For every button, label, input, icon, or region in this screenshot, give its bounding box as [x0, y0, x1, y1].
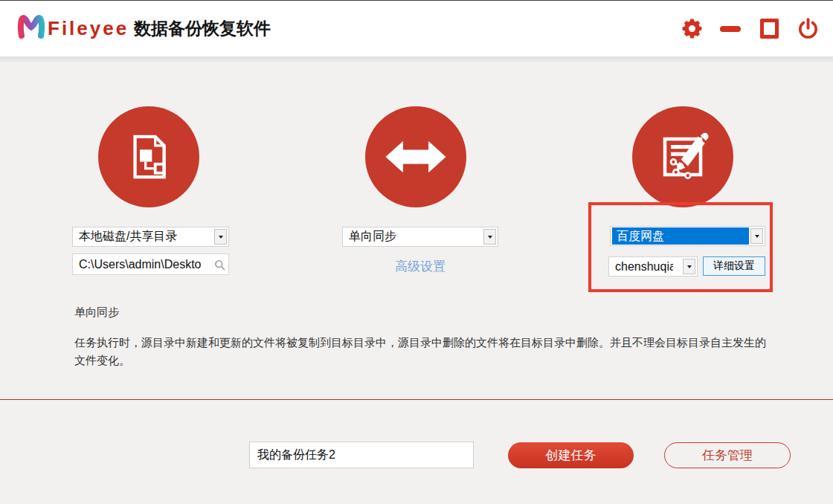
brand-name: Fileyee	[48, 1, 129, 56]
create-task-button[interactable]: 创建任务	[508, 442, 634, 468]
chevron-down-icon	[488, 236, 492, 241]
close-button[interactable]	[796, 17, 820, 41]
gear-icon	[681, 17, 704, 40]
section-divider	[0, 399, 833, 400]
target-account-value: chenshuqiaig	[615, 260, 673, 274]
app-window: Fileyee 数据备份恢复软件	[0, 0, 833, 504]
target-account-dropdown-arrow[interactable]	[683, 259, 695, 274]
detail-settings-button[interactable]: 详细设置	[703, 256, 765, 276]
source-type-select[interactable]: 本地磁盘/共享目录	[72, 227, 229, 247]
target-step-circle	[632, 106, 733, 207]
settings-button[interactable]	[680, 17, 704, 41]
maximize-button[interactable]	[757, 17, 781, 41]
sync-step-circle	[365, 106, 466, 207]
target-type-dropdown-arrow[interactable]	[750, 228, 763, 244]
manage-tasks-button[interactable]: 任务管理	[664, 442, 791, 468]
fileyee-logo-icon	[16, 11, 46, 44]
edit-document-icon	[653, 127, 713, 187]
sync-mode-select[interactable]: 单向同步	[342, 227, 498, 247]
target-highlight-box	[588, 202, 773, 292]
target-type-value: 百度网盘	[612, 227, 749, 245]
source-file-icon	[120, 129, 177, 185]
maximize-icon	[760, 19, 779, 39]
chevron-down-icon	[219, 236, 223, 241]
sync-mode-value: 单向同步	[349, 229, 396, 245]
source-type-dropdown-arrow[interactable]	[214, 229, 227, 245]
sync-mode-title: 单向同步	[74, 306, 119, 320]
sync-mode-dropdown-arrow[interactable]	[483, 229, 496, 245]
source-step-circle	[98, 106, 199, 207]
target-type-select[interactable]: 百度网盘	[610, 226, 765, 246]
minimize-icon	[720, 26, 741, 32]
target-account-select[interactable]: chenshuqiaig	[608, 256, 698, 277]
sync-mode-description: 任务执行时，源目录中新建和更新的文件将被复制到目标目录中，源目录中删除的文件将在…	[74, 334, 766, 369]
source-path-input[interactable]	[72, 253, 229, 275]
app-title: 数据备份恢复软件	[134, 1, 271, 56]
task-name-input[interactable]	[249, 442, 474, 468]
window-controls	[680, 1, 820, 56]
title-bar: Fileyee 数据备份恢复软件	[0, 1, 833, 56]
power-icon	[797, 17, 820, 40]
chevron-down-icon	[687, 265, 692, 271]
minimize-button[interactable]	[718, 17, 742, 41]
chevron-down-icon	[755, 235, 759, 240]
titlebar-shadow	[0, 56, 833, 63]
search-icon[interactable]	[214, 259, 225, 271]
two-way-arrow-icon	[383, 133, 448, 181]
advanced-settings-link[interactable]: 高级设置	[342, 258, 498, 275]
source-type-value: 本地磁盘/共享目录	[79, 229, 177, 245]
